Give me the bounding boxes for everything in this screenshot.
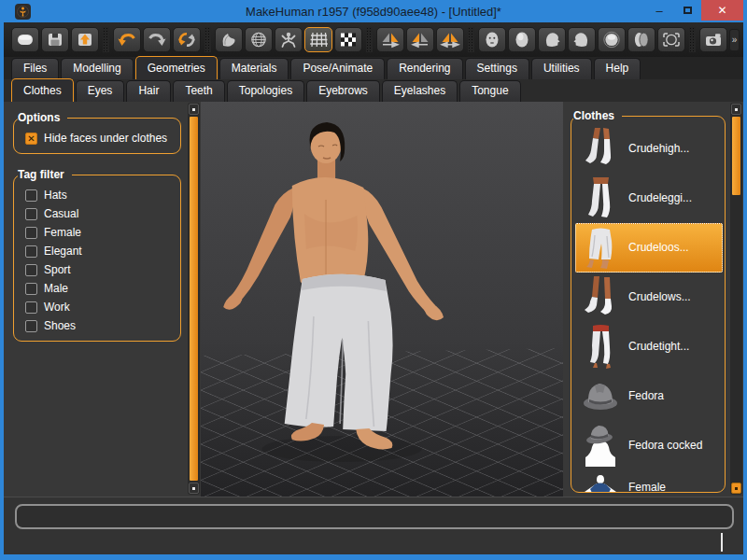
scrollbar-up-button[interactable] (731, 104, 741, 115)
loose-pants-thumbnail-icon (580, 225, 621, 272)
clothes-item-crudetight[interactable]: Crudetight... (575, 322, 723, 371)
text-caret (721, 533, 723, 552)
sub-tab-bar: Clothes Eyes Hair Teeth Topologies Eyebr… (4, 79, 743, 102)
scrollbar-up-button[interactable] (189, 104, 199, 115)
pose-mode-icon[interactable] (275, 27, 303, 52)
clothes-group-title: Clothes (573, 109, 622, 122)
tab-pose-animate[interactable]: Pose/Animate (290, 58, 385, 79)
checkbox-label: Shoes (44, 319, 76, 332)
tab-geometries[interactable]: Geometries (135, 56, 218, 79)
high-socks-thumbnail-icon (580, 126, 621, 173)
view-ortho-icon[interactable] (627, 27, 655, 52)
tab-tongue[interactable]: Tongue (459, 80, 520, 102)
grab-screenshot-icon[interactable] (699, 27, 727, 52)
tab-hair[interactable]: Hair (126, 80, 171, 102)
symmetry-left-icon[interactable] (406, 27, 434, 52)
view-top-icon[interactable] (598, 27, 626, 52)
fedora-cocked-thumbnail-icon (580, 423, 621, 469)
low-socks-thumbnail-icon (580, 274, 621, 321)
left-panel-scrollbar[interactable] (188, 103, 200, 495)
main-tab-bar: Files Modelling Geometries Materials Pos… (4, 57, 743, 79)
wireframe-globe-icon[interactable] (245, 27, 273, 52)
tab-utilities[interactable]: Utilities (531, 58, 592, 79)
clothes-item-female-casualsuit[interactable]: Female casualsuit01 (575, 470, 723, 493)
progress-bar (15, 504, 734, 529)
checkbox-label: Sport (44, 263, 71, 276)
background-checker-icon[interactable] (334, 27, 362, 52)
tab-materials[interactable]: Materials (219, 58, 289, 79)
bottom-bar (4, 497, 743, 554)
checkbox-casual[interactable]: Casual (25, 207, 175, 220)
view-back-icon[interactable] (508, 27, 536, 52)
scrollbar-thumb[interactable] (189, 116, 199, 482)
scrollbar-down-button[interactable] (731, 483, 741, 494)
clothes-item-crudehigh[interactable]: Crudehigh... (575, 124, 723, 174)
tab-eyebrows[interactable]: Eyebrows (306, 80, 380, 102)
checkbox-sport[interactable]: Sport (25, 263, 175, 276)
undo-icon[interactable] (113, 27, 141, 52)
grid-toggle-icon[interactable] (304, 27, 332, 52)
checkbox-icon (25, 301, 37, 314)
load-file-icon[interactable] (71, 27, 99, 52)
view-front-icon[interactable] (478, 27, 506, 52)
checkbox-label: Elegant (44, 245, 82, 258)
right-panel-scrollbar[interactable] (730, 103, 742, 495)
checkbox-icon (25, 320, 37, 332)
scrollbar-thumb[interactable] (731, 116, 741, 196)
model-shadow (262, 436, 422, 462)
left-settings-panel: Options Hide faces under clothes Tag fil… (4, 102, 187, 497)
checkbox-shoes[interactable]: Shoes (25, 319, 175, 332)
redo-icon[interactable] (143, 27, 171, 52)
checkbox-female[interactable]: Female (25, 226, 175, 239)
tab-eyes[interactable]: Eyes (76, 80, 125, 102)
titlebar[interactable]: MakeHuman r1957 (f958d90aee48) - [Untitl… (0, 0, 747, 22)
fedora-thumbnail-icon (580, 373, 621, 420)
clothes-item-fedora-cocked[interactable]: Fedora cocked (575, 421, 723, 470)
view-right-profile-icon[interactable] (538, 27, 566, 52)
tab-settings[interactable]: Settings (465, 58, 529, 79)
clothes-item-fedora[interactable]: Fedora (575, 371, 723, 421)
checkbox-hide-faces-under-clothes[interactable]: Hide faces under clothes (25, 132, 175, 145)
tab-help[interactable]: Help (594, 58, 641, 79)
scrollbar-down-button[interactable] (189, 483, 199, 494)
symmetry-both-icon[interactable] (436, 27, 464, 52)
viewport-scene (201, 102, 563, 497)
tab-files[interactable]: Files (11, 58, 59, 79)
new-document-icon[interactable] (11, 27, 39, 52)
viewport-3d[interactable] (201, 102, 563, 497)
reset-icon[interactable] (173, 27, 201, 52)
checkbox-label: Hats (44, 189, 67, 202)
clothes-item-crudeloose[interactable]: Crudeloos... (575, 223, 723, 273)
checkbox-label: Female (44, 226, 81, 239)
reset-camera-icon[interactable] (657, 27, 685, 52)
options-group-title: Options (18, 111, 67, 124)
tab-topologies[interactable]: Topologies (227, 80, 304, 102)
leggings-thumbnail-icon (580, 175, 621, 222)
checkbox-icon (25, 264, 37, 276)
view-left-profile-icon[interactable] (568, 27, 596, 52)
tab-modelling[interactable]: Modelling (61, 58, 133, 79)
checkbox-icon (25, 189, 37, 202)
tag-filter-group-title: Tag filter (18, 168, 72, 181)
checkbox-work[interactable]: Work (25, 301, 175, 314)
toolbar-separator (366, 27, 373, 52)
checkbox-label: Male (44, 282, 68, 295)
clothes-item-crudeleggings[interactable]: Crudeleggi... (575, 174, 723, 223)
tab-rendering[interactable]: Rendering (387, 58, 462, 79)
clothes-item-crudelowsocks[interactable]: Crudelows... (575, 273, 723, 322)
right-clothes-panel: Clothes Crudehigh... Crudeleggi... (563, 102, 729, 497)
checkbox-icon (25, 208, 37, 220)
toolbar-overflow-chevron[interactable]: » (729, 29, 740, 51)
tag-filter-groupbox: Tag filter Hats Casual Female (13, 168, 181, 342)
toolbar: » (4, 22, 743, 57)
tab-teeth[interactable]: Teeth (173, 80, 224, 102)
smooth-shading-icon[interactable] (215, 27, 243, 52)
checkbox-icon (25, 227, 37, 239)
checkbox-hats[interactable]: Hats (25, 189, 175, 202)
tab-eyelashes[interactable]: Eyelashes (382, 80, 458, 102)
checkbox-male[interactable]: Male (25, 282, 175, 295)
save-file-icon[interactable] (41, 27, 69, 52)
tab-clothes[interactable]: Clothes (11, 78, 74, 102)
symmetry-right-icon[interactable] (376, 27, 404, 52)
checkbox-elegant[interactable]: Elegant (25, 245, 175, 258)
